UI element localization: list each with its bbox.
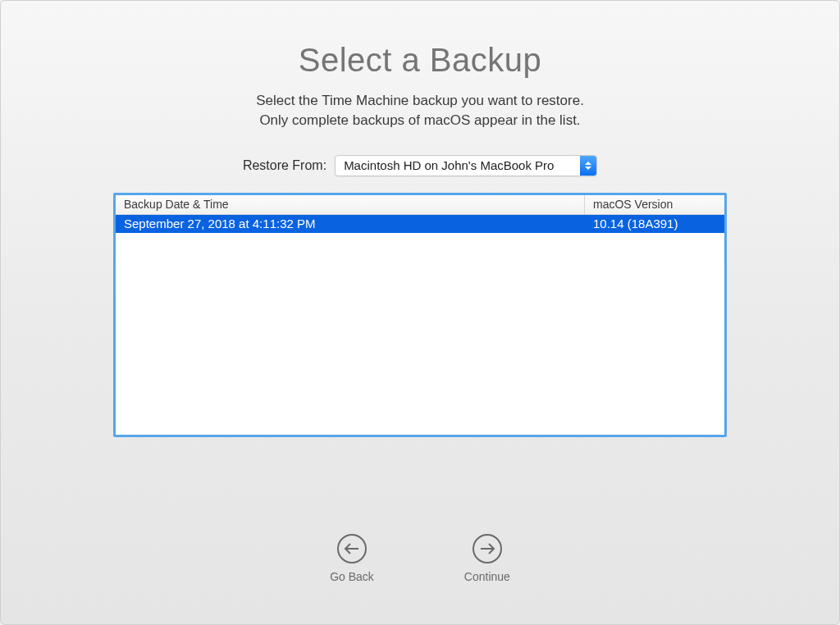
page-subtitle: Select the Time Machine backup you want … — [34, 91, 806, 130]
go-back-label: Go Back — [330, 570, 374, 583]
chevron-down-icon — [585, 167, 591, 170]
page-title: Select a Backup — [34, 42, 806, 79]
restore-from-row: Restore From: Macintosh HD on John's Mac… — [34, 155, 806, 176]
dropdown-selected-value: Macintosh HD on John's MacBook Pro — [336, 158, 580, 172]
restore-source-dropdown[interactable]: Macintosh HD on John's MacBook Pro — [335, 155, 597, 176]
restore-from-label: Restore From: — [243, 158, 326, 173]
go-back-button[interactable]: Go Back — [330, 534, 374, 583]
table-body[interactable]: September 27, 2018 at 4:11:32 PM 10.14 (… — [116, 215, 724, 435]
row-version-cell: 10.14 (18A391) — [585, 217, 724, 230]
subtitle-line-2: Only complete backups of macOS appear in… — [259, 112, 580, 128]
chevron-up-icon — [585, 162, 591, 165]
arrow-right-icon — [472, 534, 502, 563]
footer-nav: Go Back Continue — [1, 534, 839, 583]
dropdown-stepper-icon — [580, 156, 596, 176]
column-header-version[interactable]: macOS Version — [585, 195, 724, 214]
subtitle-line-1: Select the Time Machine backup you want … — [256, 93, 584, 108]
column-header-date[interactable]: Backup Date & Time — [116, 195, 585, 214]
row-date-cell: September 27, 2018 at 4:11:32 PM — [116, 217, 585, 230]
table-row[interactable]: September 27, 2018 at 4:11:32 PM 10.14 (… — [116, 215, 724, 233]
select-backup-window: Select a Backup Select the Time Machine … — [0, 0, 840, 625]
backups-table: Backup Date & Time macOS Version Septemb… — [113, 193, 727, 437]
continue-label: Continue — [464, 570, 510, 583]
table-header: Backup Date & Time macOS Version — [116, 195, 724, 215]
arrow-left-icon — [337, 534, 367, 563]
continue-button[interactable]: Continue — [464, 534, 510, 583]
